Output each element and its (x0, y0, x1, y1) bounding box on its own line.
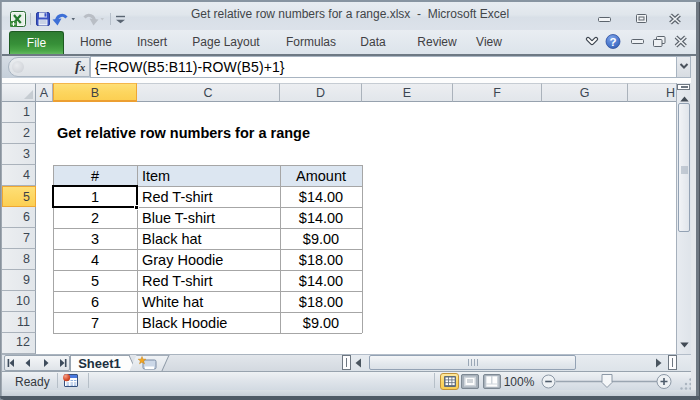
svg-text:?: ? (609, 36, 616, 48)
